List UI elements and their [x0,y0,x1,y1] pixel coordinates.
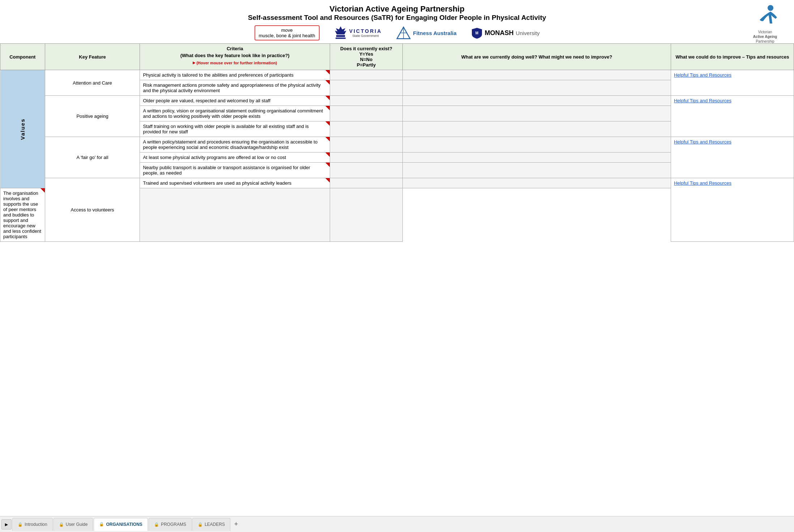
criteria-text: Older people are valued, respected and w… [143,98,270,103]
red-triangle-icon [325,96,330,100]
th-keyfeature-label: Key Feature [79,54,106,60]
lock-icon: 🔒 [154,522,159,527]
th-exists-yn: Y=Yes [333,51,400,57]
exist-cell [330,80,403,96]
criteria-text: At least some physical activity programs… [143,155,286,160]
tab-organisations[interactable]: 🔒 ORGANISATIONS [94,518,148,531]
tab-add-label: + [234,520,238,528]
criteria-cell: Risk management actions promote safety a… [140,80,330,96]
doing-cell [402,121,671,137]
tab-programs[interactable]: 🔒 PROGRAMS [149,518,192,531]
helpful-tips-link[interactable]: Helpful Tips and Resources [674,180,731,186]
logos-row: move muscle, bone & joint health VICTORI… [0,25,794,40]
keyfeature-label: Positive ageing [76,113,108,119]
tab-userguide[interactable]: 🔒 User Guide [54,518,93,531]
monash-text: MONASH [485,29,514,37]
keyfeature-label: Attention and Care [73,80,112,86]
th-component: Component [0,44,45,70]
criteria-cell: A written policy/statement and procedure… [140,137,330,153]
improve-cell: Helpful Tips and Resources [671,137,794,178]
th-exists-n: N=No [333,57,400,62]
table-row: Access to volunteers Trained and supervi… [0,178,794,188]
criteria-text: The organisation involves and supports t… [3,190,41,239]
red-triangle-icon [325,80,330,85]
criteria-text: Nearby public transport is available or … [143,165,310,176]
criteria-cell: Older people are valued, respected and w… [140,96,330,106]
th-improve: What we could do to improve – Tips and r… [671,44,794,70]
assessment-table: Component Key Feature Criteria (What doe… [0,43,794,242]
component-label: Values [20,118,26,140]
lock-icon: 🔒 [198,522,203,527]
criteria-cell: At least some physical activity programs… [140,153,330,163]
table-row: Values Attention and Care Physical activ… [0,70,794,80]
exist-cell [330,137,403,153]
tab-userguide-label: User Guide [66,522,88,527]
title-line2: Self-assessment Tool and Resources (SaTR… [0,14,794,22]
th-criteria-sub: (What does the key feature look like in … [143,53,327,58]
keyfeature-positive: Positive ageing [45,96,140,137]
red-triangle-icon [325,163,330,167]
criteria-cell: A written policy, vision or organisation… [140,106,330,121]
table-row: A 'fair go' for all A written policy/sta… [0,137,794,153]
red-triangle-icon [325,178,330,183]
exist-cell [330,96,403,106]
tab-leaders-label: LEADERS [205,522,225,527]
criteria-cell: Nearby public transport is available or … [140,163,330,178]
svg-point-6 [768,5,773,11]
exist-cell [140,188,330,242]
criteria-text: Staff training on working with older peo… [143,124,308,134]
red-triangle-icon [325,153,330,157]
doing-cell [402,70,671,80]
criteria-text: Risk management actions promote safety a… [143,82,320,93]
helpful-tips-link[interactable]: Helpful Tips and Resources [674,98,731,103]
criteria-cell: Trained and supervised volunteers are us… [140,178,330,188]
criteria-text: A written policy, vision or organisation… [143,108,323,119]
th-doing-label: What are we currently doing well? What m… [461,54,612,60]
tab-nav-prev[interactable]: ► [1,519,12,529]
doing-cell [402,178,671,188]
tab-leaders[interactable]: 🔒 LEADERS [192,518,230,531]
criteria-cell: Staff training on working with older peo… [140,121,330,137]
table-header-row: Component Key Feature Criteria (What doe… [0,44,794,70]
doing-cell [402,106,671,121]
page-header: Victorian Active Ageing Partnership Self… [0,0,794,43]
fitness-mountain-icon [396,26,411,39]
th-component-label: Component [9,54,35,60]
helpful-tips-link[interactable]: Helpful Tips and Resources [674,72,731,78]
criteria-cell: Physical activity is tailored to the abi… [140,70,330,80]
exist-cell [330,70,403,80]
th-exists-title: Does it currently exist? [333,46,400,51]
logo-monash: M MONASH University [471,27,540,39]
improve-cell: Helpful Tips and Resources [671,178,794,242]
vaap-figure-icon [752,4,778,29]
keyfeature-fairgo: A 'fair go' for all [45,137,140,178]
keyfeature-label: A 'fair go' for all [77,155,108,160]
exist-cell [330,178,403,188]
exist-cell [330,121,403,137]
red-triangle-icon [325,137,330,141]
lock-icon: 🔒 [99,522,104,527]
svg-rect-1 [336,38,346,39]
main-table-container: Component Key Feature Criteria (What doe… [0,43,794,242]
improve-cell: Helpful Tips and Resources [671,70,794,96]
th-criteria-title: Criteria [143,46,327,51]
tab-introduction[interactable]: 🔒 Introduction [12,518,53,531]
keyfeature-attention: Attention and Care [45,70,140,96]
tab-introduction-label: Introduction [25,522,47,527]
helpful-tips-link[interactable]: Helpful Tips and Resources [674,139,731,145]
red-triangle-icon [325,70,330,74]
move-text: move [259,27,315,33]
criteria-text: Trained and supervised volunteers are us… [143,180,291,186]
victoria-sub: State Government [349,34,382,38]
tab-programs-label: PROGRAMS [161,522,186,527]
criteria-cell: The organisation involves and supports t… [0,188,45,242]
tab-add-button[interactable]: + [231,519,241,529]
tab-organisations-label: ORGANISATIONS [106,522,142,527]
tab-bar: ► 🔒 Introduction 🔒 User Guide 🔒 ORGANISA… [0,516,794,532]
vaap-text: Victorian Active Ageing Partnership [753,30,777,44]
doing-cell [402,80,671,96]
th-exists: Does it currently exist? Y=Yes N=No P=Pa… [330,44,403,70]
logo-move: move muscle, bone & joint health [255,25,320,40]
doing-cell [402,96,671,106]
lock-icon: 🔒 [18,522,23,527]
